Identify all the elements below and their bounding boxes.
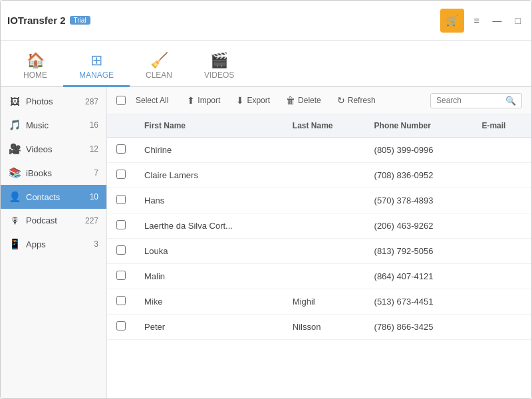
col-checkbox	[107, 114, 135, 138]
sidebar-item-contacts[interactable]: 👤 Contacts 10	[1, 185, 106, 209]
select-all-label: Select All	[136, 96, 168, 105]
sidebar-item-photos[interactable]: 🖼 Photos 287	[1, 90, 106, 113]
cell-email	[472, 138, 531, 163]
sidebar-ibooks-count: 7	[94, 168, 98, 178]
row-checkbox-1[interactable]	[116, 170, 126, 179]
row-checkbox-0[interactable]	[116, 144, 126, 154]
import-label: Import	[198, 96, 220, 105]
trial-badge: Trial	[70, 16, 90, 25]
table-row: Malin (864) 407-4121	[107, 264, 531, 289]
cell-email	[472, 264, 531, 289]
export-button[interactable]: ⬇ Export	[229, 92, 277, 108]
refresh-icon: ↻	[337, 95, 345, 106]
sidebar-photos-count: 287	[85, 97, 98, 106]
refresh-button[interactable]: ↻ Refresh	[331, 92, 382, 108]
table-row: Louka (813) 792-5056	[107, 239, 531, 264]
photos-icon: 🖼	[9, 96, 21, 107]
cell-first-name: Claire Lamers	[135, 163, 283, 188]
cell-last-name	[283, 239, 365, 264]
maximize-button[interactable]: □	[511, 14, 525, 27]
delete-icon: 🗑	[286, 95, 295, 106]
sidebar-item-apps[interactable]: 📱 Apps 3	[1, 232, 106, 256]
row-checkbox-cell	[107, 163, 135, 188]
sidebar-podcast-count: 227	[85, 216, 98, 225]
cell-last-name	[283, 264, 365, 289]
table-header-row: First Name Last Name Phone Number E-mail	[107, 114, 531, 138]
sidebar-contacts-count: 10	[90, 192, 98, 201]
sidebar-apps-count: 3	[94, 239, 98, 249]
sidebar-ibooks-label: iBooks	[26, 168, 88, 178]
sidebar-photos-label: Photos	[26, 96, 80, 106]
cell-first-name: Mike	[135, 289, 283, 315]
cell-last-name	[283, 163, 365, 188]
row-checkbox-3[interactable]	[116, 220, 126, 229]
cell-phone: (708) 836-0952	[365, 163, 473, 188]
col-last-name: Last Name	[283, 114, 365, 138]
title-right: 🛒 ≡ — □	[440, 9, 525, 33]
tab-clean[interactable]: 🧹 CLEAN	[130, 48, 188, 87]
row-checkbox-cell	[107, 188, 135, 213]
apps-icon: 📱	[9, 238, 21, 250]
cell-phone: (513) 673-4451	[365, 289, 473, 315]
search-wrap: 🔍	[430, 93, 522, 108]
cell-last-name: Mighil	[283, 289, 365, 315]
cell-last-name	[283, 213, 365, 239]
row-checkbox-7[interactable]	[116, 321, 126, 331]
cell-phone: (570) 378-4893	[365, 188, 473, 213]
table-row: Claire Lamers (708) 836-0952	[107, 163, 531, 188]
tab-manage[interactable]: ⊞ MANAGE	[63, 48, 130, 87]
podcast-icon: 🎙	[9, 215, 21, 226]
video-icon: 🎥	[9, 143, 21, 155]
manage-icon: ⊞	[90, 53, 102, 68]
cell-first-name: Hans	[135, 188, 283, 213]
app-window: IOTransfer 2 Trial 🛒 ≡ — □ 🏠 HOME ⊞ MANA…	[0, 0, 532, 399]
table-row: Mike Mighil (513) 673-4451	[107, 289, 531, 315]
contacts-table-wrap: First Name Last Name Phone Number E-mail…	[107, 114, 531, 398]
sidebar-item-podcast[interactable]: 🎙 Podcast 227	[1, 209, 106, 232]
select-all-checkbox[interactable]	[116, 96, 126, 105]
videos-icon: 🎬	[210, 53, 228, 68]
cell-email	[472, 188, 531, 213]
ibooks-icon: 📚	[9, 167, 21, 179]
table-row: Laerthe da Silva Cort... (206) 463-9262	[107, 213, 531, 239]
row-checkbox-6[interactable]	[116, 296, 126, 305]
import-button[interactable]: ⬆ Import	[180, 92, 227, 108]
col-first-name: First Name	[135, 114, 283, 138]
table-row: Chirine (805) 399-0996	[107, 138, 531, 163]
sidebar-music-label: Music	[26, 120, 84, 130]
minimize-button[interactable]: —	[489, 14, 506, 27]
cell-phone: (805) 399-0996	[365, 138, 473, 163]
tab-videos[interactable]: 🎬 VIDEOS	[188, 48, 250, 87]
sidebar-item-videos[interactable]: 🎥 Videos 12	[1, 137, 106, 161]
clean-icon: 🧹	[150, 53, 168, 68]
sidebar: 🖼 Photos 287 🎵 Music 16 🎥 Videos 12 📚 iB…	[1, 87, 107, 398]
select-all-button[interactable]: Select All	[129, 93, 175, 108]
cell-last-name: Nilsson	[283, 315, 365, 340]
tab-manage-label: MANAGE	[79, 70, 114, 80]
delete-button[interactable]: 🗑 Delete	[279, 92, 328, 108]
row-checkbox-2[interactable]	[116, 195, 126, 204]
cell-first-name: Peter	[135, 315, 283, 340]
content-area: Select All ⬆ Import ⬇ Export 🗑 Delete ↻	[107, 87, 531, 398]
cell-email	[472, 213, 531, 239]
sidebar-item-ibooks[interactable]: 📚 iBooks 7	[1, 161, 106, 185]
export-icon: ⬇	[236, 95, 244, 106]
export-label: Export	[247, 96, 270, 105]
cell-email	[472, 163, 531, 188]
sidebar-item-music[interactable]: 🎵 Music 16	[1, 113, 106, 137]
cart-button[interactable]: 🛒	[440, 9, 464, 33]
row-checkbox-cell	[107, 289, 135, 315]
menu-button[interactable]: ≡	[469, 14, 483, 27]
cell-email	[472, 315, 531, 340]
col-email: E-mail	[472, 114, 531, 138]
title-left: IOTransfer 2 Trial	[7, 15, 90, 26]
cell-phone: (786) 866-3425	[365, 315, 473, 340]
tab-home[interactable]: 🏠 HOME	[7, 48, 63, 87]
cell-email	[472, 239, 531, 264]
cell-last-name	[283, 138, 365, 163]
table-row: Peter Nilsson (786) 866-3425	[107, 315, 531, 340]
cell-last-name	[283, 188, 365, 213]
row-checkbox-4[interactable]	[116, 245, 126, 255]
search-input[interactable]	[436, 96, 503, 105]
row-checkbox-5[interactable]	[116, 271, 126, 280]
